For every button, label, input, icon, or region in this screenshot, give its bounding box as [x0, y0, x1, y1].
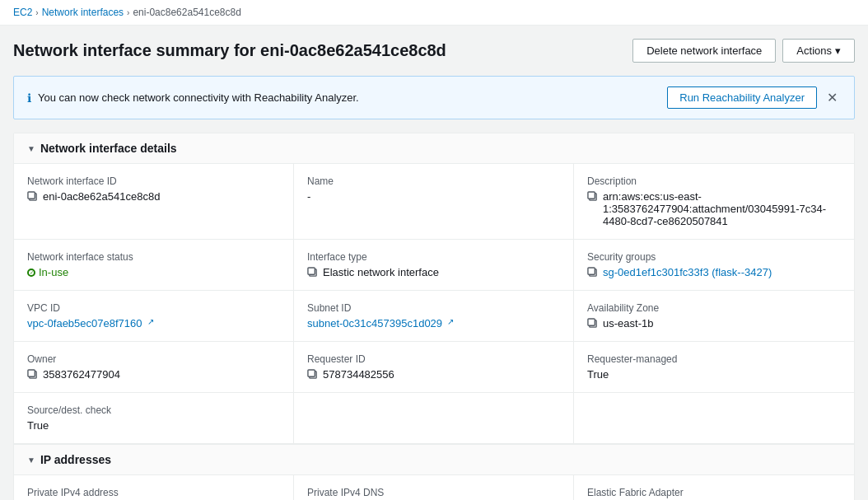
value-source-dest-check: True [27, 419, 280, 432]
field-requester-managed: Requester-managed True [574, 342, 854, 393]
banner-close-button[interactable]: ✕ [824, 90, 841, 105]
value-vpc-id: vpc-0faeb5ec07e8f7160 ↗ [27, 317, 280, 329]
field-source-dest-check: Source/dest. check True [14, 393, 294, 444]
breadcrumb-chevron-1: › [35, 8, 38, 17]
label-network-interface-status: Network interface status [27, 251, 280, 263]
svg-rect-9 [588, 319, 595, 325]
field-network-interface-status: Network interface status In-use [14, 240, 294, 291]
run-reachability-analyzer-button[interactable]: Run Reachability Analyzer [667, 86, 817, 109]
svg-rect-5 [308, 268, 315, 274]
field-availability-zone: Availability Zone us-east-1b [574, 291, 854, 342]
label-name: Name [307, 175, 560, 187]
delete-network-interface-button[interactable]: Delete network interface [632, 39, 776, 63]
copy-icon-eni-id[interactable] [27, 191, 38, 202]
field-security-groups: Security groups sg-0ed1ef1c301fc33f3 (fl… [574, 240, 854, 291]
label-private-ipv4-address: Private IPv4 address [27, 487, 280, 498]
label-interface-type: Interface type [307, 251, 560, 263]
ip-section-label: IP addresses [40, 453, 111, 466]
external-link-vpc-icon: ↗ [147, 317, 154, 326]
svg-rect-13 [308, 370, 315, 376]
field-name: Name - [294, 164, 574, 240]
field-owner: Owner 3583762477904 [14, 342, 294, 393]
field-private-ipv4-address: Private IPv4 address 10.0.1.43 [14, 475, 294, 500]
ip-section-toggle-icon[interactable]: ▼ [27, 456, 35, 465]
copy-icon-requester-id[interactable] [307, 369, 318, 380]
status-dot-icon [27, 269, 35, 277]
label-requester-id: Requester ID [307, 353, 560, 365]
label-availability-zone: Availability Zone [587, 302, 841, 314]
copy-icon-interface-type[interactable] [307, 267, 318, 278]
value-requester-managed: True [587, 368, 841, 381]
field-network-interface-id: Network interface ID eni-0ac8e62a541ce8c… [14, 164, 294, 240]
network-interface-details-card: ▼ Network interface details Network inte… [13, 133, 855, 500]
security-group-link[interactable]: sg-0ed1ef1c301fc33f3 (flask--3427) [603, 266, 772, 278]
value-security-groups: sg-0ed1ef1c301fc33f3 (flask--3427) [587, 266, 841, 278]
svg-rect-3 [588, 192, 595, 199]
external-link-subnet-icon: ↗ [447, 317, 454, 326]
details-grid: Network interface ID eni-0ac8e62a541ce8c… [14, 164, 854, 444]
value-subnet-id: subnet-0c31c457395c1d029 ↗ [307, 317, 560, 329]
breadcrumb-network-interfaces[interactable]: Network interfaces [42, 7, 124, 18]
value-requester-id: 578734482556 [307, 368, 560, 381]
svg-rect-11 [28, 370, 35, 376]
banner-text: You can now check network connectivity w… [38, 91, 359, 104]
subnet-id-link[interactable]: subnet-0c31c457395c1d029 [307, 317, 442, 329]
actions-chevron-icon: ▾ [835, 44, 841, 57]
ip-addresses-grid: Private IPv4 address 10.0.1.43 Private I… [14, 475, 854, 500]
field-vpc-id: VPC ID vpc-0faeb5ec07e8f7160 ↗ [14, 291, 294, 342]
info-icon: ℹ [27, 91, 31, 105]
label-requester-managed: Requester-managed [587, 353, 841, 365]
breadcrumb-chevron-2: › [127, 8, 129, 17]
value-interface-type: Elastic network interface [307, 266, 560, 278]
field-interface-type: Interface type Elastic network interface [294, 240, 574, 291]
copy-icon-sg[interactable] [587, 267, 598, 278]
section-label: Network interface details [40, 142, 177, 155]
reachability-banner: ℹ You can now check network connectivity… [13, 76, 855, 119]
value-network-interface-status: In-use [27, 266, 280, 278]
field-private-ipv4-dns: Private IPv4 DNS ip-10-0-1-43.ec2.intern… [294, 475, 574, 500]
actions-label: Actions [796, 44, 832, 57]
value-name: - [307, 190, 560, 203]
copy-icon-description[interactable] [587, 191, 598, 202]
label-security-groups: Security groups [587, 251, 841, 263]
ip-addresses-section-header: ▼ IP addresses [14, 444, 854, 475]
value-availability-zone: us-east-1b [587, 317, 841, 329]
svg-rect-7 [588, 268, 595, 274]
vpc-id-link[interactable]: vpc-0faeb5ec07e8f7160 [27, 317, 142, 329]
breadcrumb-current: eni-0ac8e62a541ce8c8d [133, 7, 240, 18]
breadcrumb: EC2 › Network interfaces › eni-0ac8e62a5… [0, 0, 868, 26]
label-source-dest-check: Source/dest. check [27, 404, 280, 416]
value-description: arn:aws:ecs:us-east-1:3583762477904:atta… [587, 190, 841, 227]
value-network-interface-id: eni-0ac8e62a541ce8c8d [27, 190, 280, 203]
field-empty-1 [294, 393, 574, 444]
field-subnet-id: Subnet ID subnet-0c31c457395c1d029 ↗ [294, 291, 574, 342]
label-description: Description [587, 175, 841, 187]
status-in-use: In-use [27, 266, 68, 278]
breadcrumb-ec2[interactable]: EC2 [13, 7, 32, 18]
status-link[interactable]: In-use [39, 266, 68, 278]
svg-rect-1 [28, 192, 35, 199]
label-subnet-id: Subnet ID [307, 302, 560, 314]
field-requester-id: Requester ID 578734482556 [294, 342, 574, 393]
label-elastic-fabric-adapter: Elastic Fabric Adapter [587, 487, 841, 498]
label-owner: Owner [27, 353, 280, 365]
label-private-ipv4-dns: Private IPv4 DNS [307, 487, 560, 498]
value-owner: 3583762477904 [27, 368, 280, 381]
field-elastic-fabric-adapter: Elastic Fabric Adapter False [574, 475, 854, 500]
field-description: Description arn:aws:ecs:us-east-1:358376… [574, 164, 854, 240]
copy-icon-owner[interactable] [27, 369, 38, 380]
field-empty-2 [574, 393, 854, 444]
header-actions: Delete network interface Actions ▾ [632, 39, 855, 63]
label-network-interface-id: Network interface ID [27, 175, 280, 187]
page-title: Network interface summary for eni-0ac8e6… [13, 41, 446, 60]
section-toggle-icon[interactable]: ▼ [27, 144, 35, 153]
copy-icon-az[interactable] [587, 318, 598, 329]
actions-button[interactable]: Actions ▾ [782, 39, 855, 63]
label-vpc-id: VPC ID [27, 302, 280, 314]
network-interface-details-header: ▼ Network interface details [14, 133, 854, 164]
